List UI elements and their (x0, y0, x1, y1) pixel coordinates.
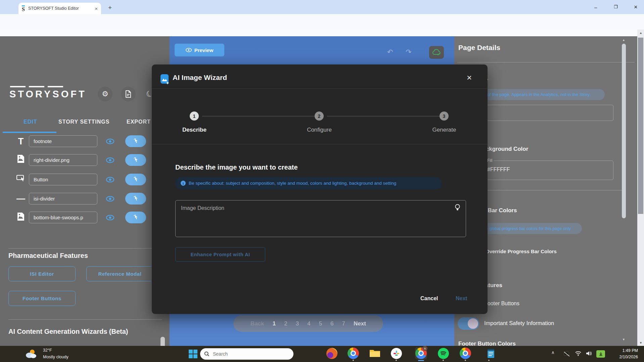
page-number-4[interactable]: 4 (307, 320, 310, 327)
interaction-pill-button[interactable] (125, 135, 146, 147)
page-number-6[interactable]: 6 (330, 320, 333, 327)
panel-scroll-up-icon[interactable]: ▲ (622, 38, 625, 42)
slack-icon[interactable] (390, 347, 402, 359)
page-number-1[interactable]: 1 (273, 320, 276, 327)
text-layer-icon: T (16, 136, 26, 147)
wifi-icon[interactable] (575, 351, 582, 357)
image-layer-icon (16, 212, 26, 221)
interaction-pill-button[interactable] (125, 154, 146, 166)
start-button[interactable] (187, 348, 198, 359)
layer-name-input[interactable]: Button (29, 174, 97, 185)
next-button[interactable]: Next (456, 296, 467, 302)
cancel-button[interactable]: Cancel (420, 296, 438, 302)
image-description-textarea[interactable] (176, 200, 466, 237)
file-explorer-icon[interactable] (369, 347, 381, 359)
tray-expand-icon[interactable]: ∧ (551, 350, 555, 355)
step-3-circle: 3 (440, 111, 449, 121)
page-number-2[interactable]: 2 (284, 320, 287, 327)
tab-story-settings[interactable]: STORY SETTINGS (58, 119, 109, 125)
layer-name-input[interactable]: right-divider.png (29, 154, 97, 166)
browser-tab-strip: S STORYSOFT Studio Editor × + – ❐ × (0, 0, 644, 14)
footer-buttons-button[interactable]: Footer Buttons (8, 291, 76, 306)
window-close-button[interactable]: × (634, 4, 638, 11)
touch-pointer-icon (133, 215, 138, 221)
volume-icon[interactable] (586, 351, 592, 358)
device-muted-icon[interactable] (563, 351, 570, 358)
notebook-icon[interactable] (485, 347, 497, 359)
interaction-pill-button[interactable] (125, 193, 146, 205)
reference-modal-button[interactable]: Reference Modal (86, 266, 153, 281)
search-icon (204, 351, 210, 357)
info-icon: i (181, 181, 186, 186)
taskbar-search[interactable] (200, 348, 293, 360)
touch-pointer-icon (133, 196, 138, 202)
step-connector (327, 116, 441, 117)
panel-scroll-down-icon[interactable]: ▼ (622, 338, 625, 341)
modal-close-icon[interactable]: × (467, 73, 472, 83)
chrome2-icon[interactable] (459, 347, 471, 359)
page-back-button[interactable]: Back (250, 320, 264, 327)
browser-tab[interactable]: S STORYSOFT Studio Editor × (18, 3, 101, 14)
page-number-3[interactable]: 3 (296, 320, 299, 327)
running-app-dot (396, 360, 397, 361)
tab-export[interactable]: EXPORT (127, 119, 151, 125)
isi-toggle[interactable] (458, 317, 479, 330)
panel-scrollbar-thumb[interactable] (622, 44, 626, 218)
visibility-eye-icon[interactable] (106, 213, 114, 222)
spotify-icon[interactable] (437, 347, 449, 359)
page-number-5[interactable]: 5 (319, 320, 322, 327)
browser-scrollbar-thumb[interactable] (638, 38, 643, 214)
footer-button-colors-label: Footer Button Colors (458, 341, 593, 346)
scroll-up-icon[interactable]: ▲ (639, 31, 642, 35)
page-navigation: Back 1 2 3 4 5 6 7 Next (233, 315, 383, 332)
interaction-pill-button[interactable] (125, 212, 146, 223)
weather-icon[interactable] (24, 349, 38, 361)
site-favicon: S (22, 5, 25, 12)
interaction-pill-button[interactable] (125, 174, 146, 185)
lightbulb-icon[interactable] (455, 204, 460, 213)
tab-edit[interactable]: EDIT (24, 119, 37, 125)
page-next-button[interactable]: Next (354, 320, 366, 327)
weather-condition[interactable]: Mostly cloudy (43, 355, 68, 359)
logo-decoration (29, 86, 44, 87)
window-maximize-button[interactable]: ❐ (614, 4, 618, 9)
fill-field-value[interactable]: #FFFFFF (487, 167, 510, 173)
firefox-icon[interactable] (326, 347, 338, 359)
weather-temp[interactable]: 32°F (43, 348, 52, 353)
active-tab-underline (3, 132, 56, 133)
chrome-active-icon[interactable]: A (415, 347, 427, 359)
touch-pointer-icon (133, 177, 138, 183)
page-number-7[interactable]: 7 (342, 320, 345, 327)
document-icon[interactable] (121, 87, 136, 101)
preview-button[interactable]: Preview (175, 44, 224, 56)
windows-taskbar: 32°F Mostly cloudy (0, 346, 644, 362)
logo-decoration (48, 86, 63, 87)
visibility-eye-icon[interactable] (106, 194, 114, 203)
clock-time: 1:49 PM (601, 348, 638, 354)
modal-title: AI Image Wizard (173, 74, 227, 82)
window-minimize-button[interactable]: – (594, 4, 597, 10)
search-input[interactable] (212, 351, 281, 357)
redo-icon[interactable]: ↷ (406, 48, 412, 56)
layer-name-input[interactable]: footnote (29, 135, 97, 147)
cloud-saved-icon[interactable] (429, 46, 444, 59)
enhance-prompt-button[interactable]: Enhance Prompt with AI (175, 247, 265, 262)
isi-toggle-label: Important Safety Information (484, 320, 554, 326)
step-connector (202, 116, 316, 117)
panel-footer-buttons-label: Footer Buttons (484, 301, 519, 307)
touch-pointer-icon (133, 138, 138, 144)
visibility-eye-icon[interactable] (106, 175, 114, 184)
clock[interactable]: 1:49 PM 2/10/2026 (601, 348, 638, 360)
isi-editor-button[interactable]: ISI Editor (8, 266, 76, 281)
undo-icon[interactable]: ↶ (387, 48, 393, 56)
layer-name-input[interactable]: isi-divider (29, 193, 97, 205)
tab-close-icon[interactable]: × (95, 6, 98, 11)
scroll-down-icon[interactable]: ▼ (639, 341, 642, 345)
new-tab-button[interactable]: + (108, 4, 112, 11)
profile-badge: A (422, 346, 427, 351)
settings-gear-icon[interactable]: ⚙ (98, 87, 112, 101)
chrome-icon[interactable] (347, 347, 359, 359)
visibility-eye-icon[interactable] (106, 137, 114, 146)
layer-name-input[interactable]: bottom-blue-swoops.p (29, 212, 97, 223)
visibility-eye-icon[interactable] (106, 156, 114, 165)
